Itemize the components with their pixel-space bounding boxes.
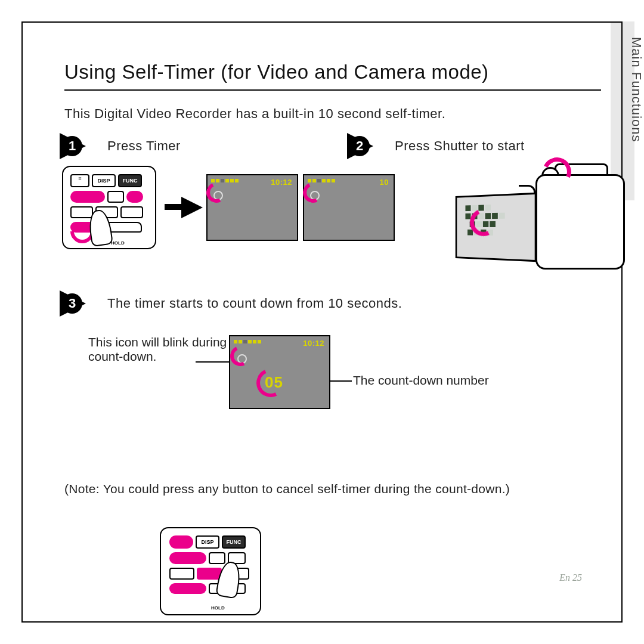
- lcd-preview-1: 10:12: [206, 174, 298, 241]
- lcd-time-3: 10:12: [303, 339, 324, 348]
- page-number: En 25: [559, 572, 582, 583]
- arrow-right-icon: [181, 197, 203, 218]
- hold-label: HOLD: [111, 240, 125, 246]
- leader-line: [196, 361, 229, 363]
- disp-button-label: DISP: [92, 174, 116, 187]
- lcd-preview-3: 10:12 05: [229, 335, 330, 409]
- camera-illustration: [434, 161, 625, 274]
- title-underline: [64, 89, 601, 91]
- page-title: Using Self-Timer (for Video and Camera m…: [64, 61, 489, 83]
- step-badge-3: 3: [64, 292, 99, 315]
- step-badge-2: 2: [352, 135, 386, 157]
- caption-countdown-number: The count-down number: [353, 373, 568, 388]
- caption-blink: This icon will blink during count-down.: [88, 335, 243, 364]
- step-3: 3 The timer starts to count down from 10…: [64, 292, 402, 315]
- control-pad-illustration-1: ≡ DISP FUNC HOLD: [62, 166, 156, 249]
- control-pad-illustration-2: DISP FUNC HOLD: [160, 527, 261, 615]
- step-label-3: The timer starts to count down from 10 s…: [107, 296, 402, 311]
- intro-text: This Digital Video Recorder has a built-…: [64, 106, 445, 122]
- highlight-ring-icon: [300, 179, 326, 206]
- lcd-preview-2: 10: [303, 174, 395, 241]
- highlight-ring-icon: [227, 343, 253, 369]
- arrow-right-icon: [165, 204, 182, 210]
- step-number: 3: [62, 293, 82, 314]
- hold-label: HOLD: [211, 605, 225, 611]
- manual-page: Main Functuions Using Self-Timer (for Vi…: [0, 0, 644, 644]
- disp-button-label: DISP: [196, 535, 219, 549]
- section-tab-label: Main Functuions: [624, 37, 644, 180]
- func-button-label: FUNC: [118, 174, 142, 187]
- step-1: 1 Press Timer: [64, 135, 181, 157]
- page-frame: Using Self-Timer (for Video and Camera m…: [21, 21, 623, 623]
- step-label-1: Press Timer: [107, 138, 181, 154]
- highlight-ring-icon: [252, 364, 289, 401]
- step-badge-1: 1: [64, 135, 99, 157]
- step-number: 1: [62, 136, 82, 156]
- func-button-label: FUNC: [222, 535, 246, 549]
- lcd-time-1: 10:12: [271, 178, 292, 187]
- step-number: 2: [349, 136, 370, 156]
- lcd-time-2: 10: [380, 178, 389, 187]
- step-2: 2 Press Shutter to start: [352, 135, 525, 157]
- note-cancel-text: (Note: You could press any button to can…: [64, 482, 601, 496]
- highlight-ring-icon: [203, 179, 230, 206]
- step-label-2: Press Shutter to start: [395, 138, 525, 154]
